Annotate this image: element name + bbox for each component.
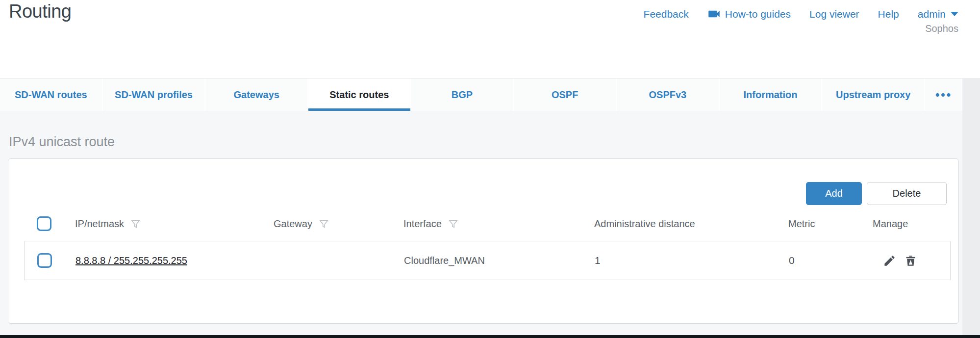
page-header: Routing Feedback How-to guides Log viewe… bbox=[0, 0, 980, 78]
log-viewer-label: Log viewer bbox=[809, 8, 859, 20]
cell-metric: 0 bbox=[789, 255, 873, 266]
column-ip-netmask: IP/netmask bbox=[75, 218, 274, 230]
edit-pencil-icon[interactable] bbox=[883, 254, 896, 267]
column-metric-label: Metric bbox=[788, 218, 815, 230]
cell-interface: Cloudflare_MWAN bbox=[404, 255, 595, 266]
select-all-checkbox[interactable] bbox=[37, 216, 51, 231]
tab-sd-wan-profiles[interactable]: SD-WAN profiles bbox=[102, 78, 205, 111]
feedback-label: Feedback bbox=[644, 8, 689, 20]
tab-gateways[interactable]: Gateways bbox=[204, 78, 307, 111]
column-metric: Metric bbox=[788, 218, 873, 230]
header-checkbox-cell bbox=[37, 216, 75, 231]
log-viewer-link[interactable]: Log viewer bbox=[809, 8, 859, 20]
admin-label: admin bbox=[918, 8, 946, 20]
tab-information[interactable]: Information bbox=[719, 78, 822, 111]
screen-bottom-edge bbox=[0, 335, 980, 338]
top-navigation: Feedback How-to guides Log viewer Help a… bbox=[644, 7, 958, 21]
delete-trash-icon[interactable] bbox=[904, 254, 917, 267]
howto-guides-label: How-to guides bbox=[725, 8, 791, 20]
row-checkbox[interactable] bbox=[37, 253, 52, 268]
cell-administrative-distance: 1 bbox=[595, 255, 789, 266]
row-checkbox-cell bbox=[37, 253, 75, 268]
feedback-link[interactable]: Feedback bbox=[644, 8, 689, 20]
cell-manage bbox=[873, 254, 950, 267]
org-label: Sophos bbox=[925, 23, 958, 34]
tab-overflow-ellipsis-icon[interactable]: ••• bbox=[924, 78, 962, 111]
right-gutter bbox=[962, 78, 980, 336]
column-manage: Manage bbox=[873, 218, 954, 230]
chevron-down-icon bbox=[951, 12, 958, 16]
filter-funnel-icon[interactable] bbox=[448, 219, 458, 229]
table-toolbar: Add Delete bbox=[806, 182, 947, 205]
tab-static-routes[interactable]: Static routes bbox=[307, 78, 410, 111]
tab-upstream-proxy[interactable]: Upstream proxy bbox=[821, 78, 924, 111]
ip-netmask-link[interactable]: 8.8.8.8 / 255.255.255.255 bbox=[75, 255, 187, 266]
column-interface-label: Interface bbox=[403, 218, 442, 230]
add-button[interactable]: Add bbox=[806, 182, 862, 205]
delete-button[interactable]: Delete bbox=[867, 182, 947, 205]
help-label: Help bbox=[878, 8, 899, 20]
cell-ip-netmask: 8.8.8.8 / 255.255.255.255 bbox=[75, 255, 274, 266]
column-ip-netmask-label: IP/netmask bbox=[75, 218, 124, 230]
admin-menu[interactable]: admin bbox=[918, 8, 958, 20]
page-title: Routing bbox=[9, 1, 71, 22]
column-administrative-distance-label: Administrative distance bbox=[594, 218, 695, 230]
howto-guides-link[interactable]: How-to guides bbox=[707, 7, 791, 21]
column-gateway-label: Gateway bbox=[274, 218, 312, 230]
table-header-row: IP/netmask Gateway Interface Administrat… bbox=[37, 214, 954, 234]
tab-bgp[interactable]: BGP bbox=[410, 78, 513, 111]
section-heading: IPv4 unicast route bbox=[9, 134, 115, 150]
column-gateway: Gateway bbox=[274, 218, 403, 230]
tab-ospfv3[interactable]: OSPFv3 bbox=[616, 78, 719, 111]
tab-sd-wan-routes[interactable]: SD-WAN routes bbox=[0, 78, 102, 111]
column-manage-label: Manage bbox=[873, 218, 908, 230]
video-camera-icon bbox=[707, 7, 721, 21]
filter-funnel-icon[interactable] bbox=[130, 219, 141, 229]
table-row: 8.8.8.8 / 255.255.255.255 Cloudflare_MWA… bbox=[24, 241, 951, 280]
filter-funnel-icon[interactable] bbox=[319, 219, 329, 229]
tab-ospf[interactable]: OSPF bbox=[513, 78, 616, 111]
routing-tabbar: SD-WAN routes SD-WAN profiles Gateways S… bbox=[0, 78, 962, 111]
column-administrative-distance: Administrative distance bbox=[594, 218, 788, 230]
ipv4-unicast-route-card: Add Delete IP/netmask Gateway Interface … bbox=[8, 158, 959, 324]
column-interface: Interface bbox=[403, 218, 594, 230]
help-link[interactable]: Help bbox=[878, 8, 899, 20]
